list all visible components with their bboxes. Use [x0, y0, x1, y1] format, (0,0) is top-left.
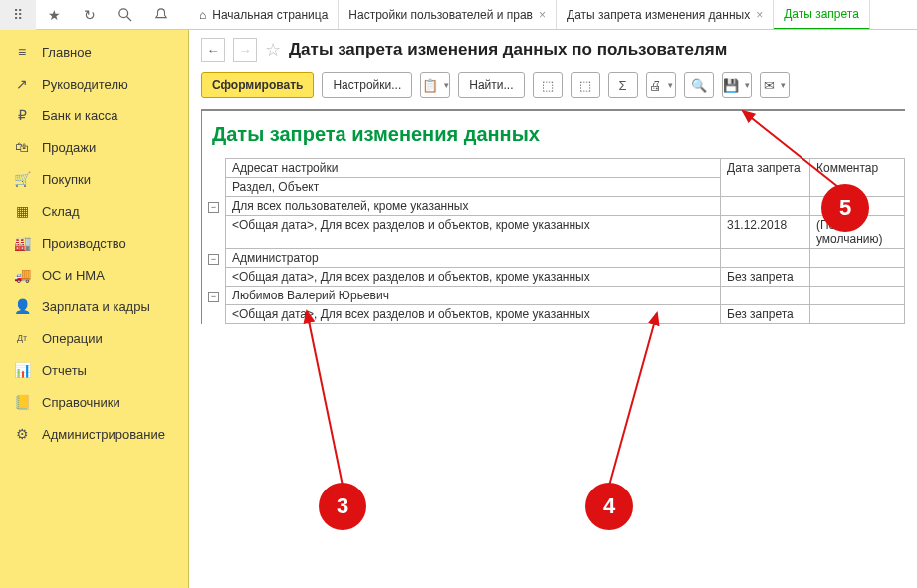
cell-date: Без запрета: [721, 305, 810, 324]
sidebar-item-bank[interactable]: ₽Банк и касса: [0, 99, 188, 131]
dtkt-icon: Дт: [14, 330, 30, 346]
history-icon[interactable]: ↻: [72, 0, 108, 30]
sidebar-item-purchases[interactable]: 🛒Покупки: [0, 163, 188, 195]
table-row[interactable]: − Любимов Валерий Юрьевич: [202, 287, 905, 305]
book-icon: 📒: [14, 394, 30, 410]
forward-button[interactable]: →: [233, 38, 257, 62]
cell-section: <Общая дата>, Для всех разделов и объект…: [226, 268, 721, 287]
svg-point-0: [119, 8, 128, 17]
menu-icon: ≡: [14, 44, 30, 60]
chart-up-icon: ↗: [14, 76, 30, 92]
sidebar-item-salary[interactable]: 👤Зарплата и кадры: [0, 291, 188, 322]
tree-collapse-icon[interactable]: −: [208, 202, 219, 213]
annotation-marker-3: 3: [319, 483, 366, 530]
bag-icon: 🛍: [14, 139, 30, 155]
sidebar-item-label: Склад: [42, 204, 80, 219]
svg-line-2: [307, 311, 343, 486]
sidebar-item-reports[interactable]: 📊Отчеты: [0, 354, 188, 386]
cart-icon: 🛒: [14, 171, 30, 187]
sidebar-item-label: Зарплата и кадры: [42, 299, 150, 314]
close-icon[interactable]: ×: [539, 8, 546, 22]
sidebar-item-operations[interactable]: ДтОперации: [0, 322, 188, 354]
nav-row: ← → ☆ Даты запрета изменения данных по п…: [201, 38, 905, 62]
svg-line-1: [127, 16, 131, 20]
boxes-icon: ▦: [14, 203, 30, 219]
sidebar-item-manager[interactable]: ↗Руководителю: [0, 68, 188, 99]
collapse-all-button[interactable]: ⬚: [571, 72, 600, 98]
search-icon[interactable]: [108, 0, 143, 30]
expand-all-button[interactable]: ⬚: [533, 72, 563, 98]
sidebar-item-label: Покупки: [42, 172, 91, 187]
tabs-bar: ⌂ Начальная страница Настройки пользоват…: [189, 0, 917, 29]
sidebar-item-warehouse[interactable]: ▦Склад: [0, 195, 188, 227]
sidebar-item-admin[interactable]: ⚙Администрирование: [0, 418, 188, 450]
col-header-section: Раздел, Объект: [226, 178, 721, 197]
tree-collapse-icon[interactable]: −: [208, 254, 219, 265]
table-row[interactable]: − Администратор: [202, 249, 905, 268]
tab-label: Даты запрета: [784, 7, 859, 21]
sidebar-item-main[interactable]: ≡Главное: [0, 36, 188, 68]
print-button[interactable]: 🖨: [646, 72, 676, 98]
back-button[interactable]: ←: [201, 38, 225, 62]
tab-deny-dates-users[interactable]: Даты запрета: [774, 0, 870, 29]
sidebar-item-catalogs[interactable]: 📒Справочники: [0, 386, 188, 418]
save-button[interactable]: 💾: [722, 72, 752, 98]
cell-section: <Общая дата>, Для всех разделов и объект…: [226, 305, 721, 324]
person-icon: 👤: [14, 298, 30, 314]
cell-recipient: Администратор: [226, 249, 721, 268]
factory-icon: 🏭: [14, 235, 30, 251]
svg-line-3: [609, 313, 657, 486]
sidebar-item-label: Отчеты: [42, 363, 87, 378]
truck-icon: 🚚: [14, 267, 30, 283]
apps-icon[interactable]: ⠿: [0, 0, 36, 30]
page-title: Даты запрета изменения данных по пользов…: [289, 40, 727, 60]
report-title: Даты запрета изменения данных: [212, 123, 895, 146]
bell-icon[interactable]: [143, 0, 179, 30]
sidebar-item-label: Администрирование: [42, 427, 165, 442]
table-row[interactable]: − Для всех пользователей, кроме указанны…: [202, 197, 905, 216]
gear-icon: ⚙: [14, 426, 30, 442]
cell-comment: [810, 305, 905, 324]
cell-comment: [810, 268, 905, 287]
cell-section: <Общая дата>, Для всех разделов и объект…: [226, 216, 721, 249]
send-button[interactable]: ✉: [760, 72, 790, 98]
tab-home[interactable]: ⌂ Начальная страница: [189, 0, 339, 29]
tab-label: Даты запрета изменения данных: [567, 8, 750, 22]
sidebar-item-label: Операции: [42, 331, 103, 346]
col-header-recipient: Адресат настройки: [226, 159, 721, 178]
ruble-icon: ₽: [14, 107, 30, 123]
cell-recipient: Любимов Валерий Юрьевич: [226, 287, 721, 305]
variants-button[interactable]: 📋: [420, 72, 450, 98]
barchart-icon: 📊: [14, 362, 30, 378]
tab-user-settings[interactable]: Настройки пользователей и прав ×: [339, 0, 557, 29]
cell-recipient: Для всех пользователей, кроме указанных: [226, 197, 721, 216]
sidebar-item-production[interactable]: 🏭Производство: [0, 227, 188, 259]
close-icon[interactable]: ×: [756, 8, 763, 22]
table-row[interactable]: <Общая дата>, Для всех разделов и объект…: [202, 268, 905, 287]
report-table: Адресат настройки Дата запрета Комментар…: [202, 158, 905, 324]
sidebar-item-assets[interactable]: 🚚ОС и НМА: [0, 259, 188, 291]
generate-button[interactable]: Сформировать: [201, 72, 314, 98]
cell-date: 31.12.2018: [721, 216, 810, 249]
main-area: ← → ☆ Даты запрета изменения данных по п…: [189, 30, 917, 588]
tab-deny-dates[interactable]: Даты запрета изменения данных ×: [557, 0, 774, 29]
sidebar-item-label: Банк и касса: [42, 108, 118, 123]
sidebar-item-label: ОС и НМА: [42, 268, 105, 283]
annotation-marker-5: 5: [821, 184, 869, 232]
home-icon: ⌂: [199, 8, 206, 22]
topbar-system-buttons: ⠿ ★ ↻: [0, 0, 189, 29]
sidebar-item-label: Руководителю: [42, 77, 128, 92]
preview-button[interactable]: 🔍: [684, 72, 714, 98]
sum-button[interactable]: Σ: [608, 72, 638, 98]
table-row[interactable]: <Общая дата>, Для всех разделов и объект…: [202, 305, 905, 324]
table-header-row: Адресат настройки Дата запрета Комментар: [202, 159, 905, 178]
find-button[interactable]: Найти...: [458, 72, 524, 98]
table-row[interactable]: <Общая дата>, Для всех разделов и объект…: [202, 216, 905, 249]
tree-collapse-icon[interactable]: −: [208, 292, 219, 302]
sidebar-item-sales[interactable]: 🛍Продажи: [0, 131, 188, 163]
favorite-icon[interactable]: ★: [36, 0, 72, 30]
sidebar-item-label: Главное: [42, 45, 92, 60]
favorite-outline-icon[interactable]: ☆: [265, 39, 281, 61]
settings-button[interactable]: Настройки...: [322, 72, 412, 98]
col-header-date: Дата запрета: [721, 159, 810, 197]
